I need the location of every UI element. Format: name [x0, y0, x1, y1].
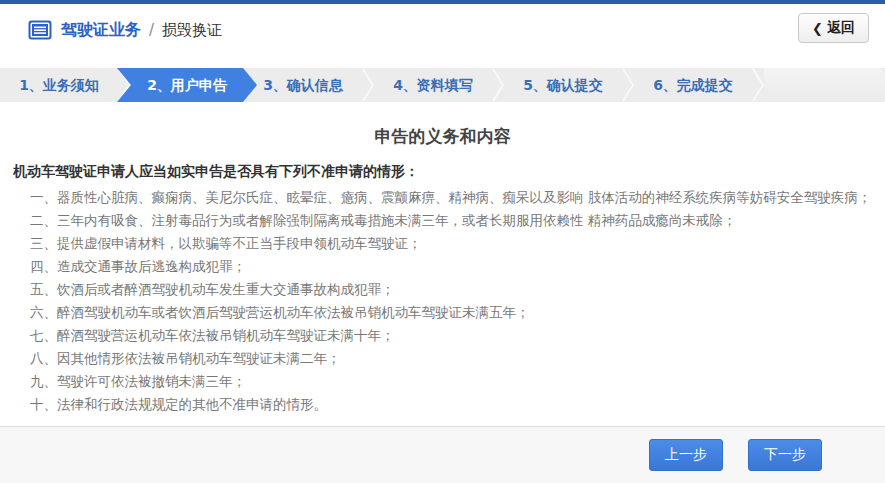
step-6-complete-submit[interactable]: 6、完成提交: [634, 68, 752, 102]
stepbar-tail: [764, 68, 885, 102]
list-item: 八、因其他情形依法被吊销机动车驾驶证未满二年；: [30, 347, 885, 370]
list-item: 六、醉酒驾驶机动车或者饮酒后驾驶营运机动车依法被吊销机动车驾驶证未满五年；: [30, 301, 885, 324]
back-button-label: 返回: [827, 19, 855, 37]
step-separator-icon: [752, 68, 764, 102]
next-step-button[interactable]: 下一步: [748, 439, 822, 471]
breadcrumb-section[interactable]: 驾驶证业务: [61, 20, 141, 41]
step-separator-icon: [362, 68, 374, 102]
footer: 上一步 下一步: [0, 426, 885, 483]
back-button[interactable]: ❮ 返回: [798, 13, 869, 43]
list-item: 一、器质性心脏病、癫痫病、美尼尔氏症、眩晕症、癔病、震颤麻痹、精神病、痴呆以及影…: [30, 186, 885, 209]
breadcrumb-separator: /: [149, 21, 154, 39]
previous-step-button[interactable]: 上一步: [649, 439, 723, 471]
declaration-list: 一、器质性心脏病、癫痫病、美尼尔氏症、眩晕症、癔病、震颤麻痹、精神病、痴呆以及影…: [0, 186, 885, 416]
list-item: 九、驾驶许可依法被撤销未满三年；: [30, 370, 885, 393]
page: 驾驶证业务 / 损毁换证 ❮ 返回 1、业务须知 2、用户申告 3、确认信息 4…: [0, 0, 885, 483]
list-item: 十、法律和行政法规规定的其他不准申请的情形。: [30, 393, 885, 416]
step-separator-icon: [622, 68, 634, 102]
list-item: 二、三年内有吸食、注射毒品行为或者解除强制隔离戒毒措施未满三年，或者长期服用依赖…: [30, 209, 885, 232]
declaration-content: 申告的义务和内容 机动车驾驶证申请人应当如实申告是否具有下列不准申请的情形： 一…: [0, 125, 885, 450]
page-title: 申告的义务和内容: [0, 125, 885, 148]
step-separator-icon: [492, 68, 504, 102]
header: 驾驶证业务 / 损毁换证 ❮ 返回: [0, 4, 885, 56]
step-1-business-notice[interactable]: 1、业务须知: [0, 68, 118, 102]
list-item: 五、饮酒后或者醉酒驾驶机动车发生重大交通事故构成犯罪；: [30, 278, 885, 301]
step-4-fill-data[interactable]: 4、资料填写: [374, 68, 492, 102]
back-arrow-icon: ❮: [812, 21, 823, 36]
declaration-intro: 机动车驾驶证申请人应当如实申告是否具有下列不准申请的情形：: [13, 163, 885, 181]
step-5-confirm-submit[interactable]: 5、确认提交: [504, 68, 622, 102]
step-2-user-declaration[interactable]: 2、用户申告: [117, 68, 257, 102]
license-card-icon: [28, 20, 52, 40]
list-item: 四、造成交通事故后逃逸构成犯罪；: [30, 255, 885, 278]
list-item: 七、醉酒驾驶营运机动车依法被吊销机动车驾驶证未满十年；: [30, 324, 885, 347]
list-item: 三、提供虚假申请材料，以欺骗等不正当手段申领机动车驾驶证；: [30, 232, 885, 255]
breadcrumb-current: 损毁换证: [162, 21, 222, 40]
step-indicator: 1、业务须知 2、用户申告 3、确认信息 4、资料填写 5、确认提交 6、完成提…: [0, 68, 885, 102]
step-3-confirm-info[interactable]: 3、确认信息: [244, 68, 362, 102]
